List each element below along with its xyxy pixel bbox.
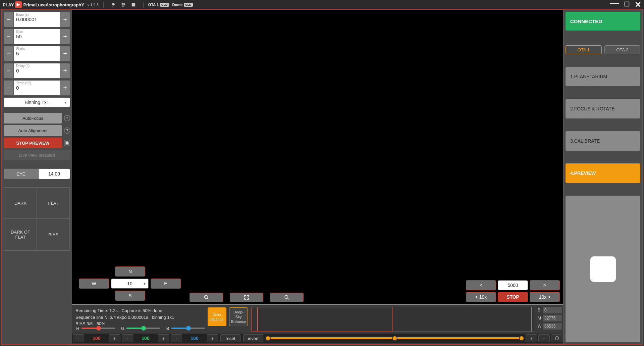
autofocus-help-icon[interactable]: ? [64,115,70,121]
binning-select[interactable]: Binning 1x1▾ [4,97,70,107]
level-plus-button[interactable]: + [526,334,537,342]
slew-rate-select[interactable]: 10▾ [111,279,149,289]
shots-plus-button[interactable]: + [60,46,70,61]
flat-button[interactable]: FLAT [37,187,70,219]
bias-button[interactable]: BIAS [37,219,70,250]
brand-text: PrimaLuceAstrophotographY [23,2,84,7]
r-plus-button[interactable]: + [109,334,120,342]
fit-button[interactable] [230,293,263,302]
eye-value[interactable]: 14.09 [38,168,70,179]
svg-line-12 [287,298,289,299]
temp-minus-button[interactable]: − [4,80,14,96]
levels-slider[interactable] [267,337,522,339]
nudge-right10-button[interactable]: 10x > [530,292,560,302]
svg-point-5 [122,6,123,7]
b-slider[interactable] [171,328,205,329]
calibrate-button[interactable]: 3.CALIBRATE [566,131,640,151]
color-balance-button[interactable]: Color balance [208,307,226,326]
g-plus-button[interactable]: + [158,334,169,342]
invert-button[interactable]: invert [243,334,263,342]
expo-value[interactable]: 0.000001 [16,16,58,22]
save-preview-icon[interactable] [64,140,70,146]
planetarium-button[interactable]: 1.PLANETARIUM [566,67,640,86]
connected-badge[interactable]: CONNECTED [566,12,640,31]
shots-value[interactable]: 5 [16,51,58,56]
delay-plus-button[interactable]: + [60,63,70,79]
autoalign-button[interactable]: Auto Alignment [4,125,62,136]
reset-button[interactable]: reset [220,334,240,342]
expo-plus-button[interactable]: + [60,12,70,27]
g-slider[interactable] [126,328,160,329]
zoom-out-button[interactable] [270,293,304,302]
nudge-stop-button[interactable]: STOP [498,292,528,302]
north-button[interactable]: N [115,266,145,277]
autoalign-help-icon[interactable]: ? [64,128,70,134]
r-minus-button[interactable]: - [73,334,84,342]
r-slider[interactable] [82,328,115,329]
black-input[interactable] [543,307,562,313]
shots-stepper: − Shots5 + [4,46,70,61]
zoom-in-button[interactable] [190,293,223,302]
dome-status: DomeCLD [172,3,193,7]
b-plus-button[interactable]: + [207,334,218,342]
mid-input[interactable] [543,315,562,322]
pin-icon[interactable] [110,2,116,8]
ota1-tab[interactable]: OTA 1 [566,45,602,54]
gain-minus-button[interactable]: − [4,29,14,44]
status-line2: Sequence line N. 3/4 expo 0.000001s , bi… [75,314,203,321]
maximize-button[interactable] [624,1,630,8]
preview-button[interactable]: 4.PREVIEW [566,163,640,183]
east-button[interactable]: E [151,279,181,289]
minimize-button[interactable]: — [610,0,619,7]
app-body: − Expo (s)0.000001 + − Gain50 + − Shots5… [1,9,643,345]
shots-minus-button[interactable]: − [4,46,14,61]
nudge-left10-button[interactable]: < 10x [466,292,496,302]
ota2-tab[interactable]: OTA 2 [604,45,641,54]
white-input[interactable] [543,323,562,330]
b-minus-button[interactable]: - [171,334,182,342]
title-bar: PLAY PrimaLuceAstrophotographY v 1.9.3 O… [0,0,644,9]
delay-value[interactable]: 0 [16,68,58,73]
temp-value[interactable]: 0 [16,85,58,91]
play-label: PLAY [3,2,14,7]
svg-point-4 [124,4,125,5]
minimap-thumb [590,256,616,282]
g-value: 100 [134,336,157,341]
gain-value[interactable]: 50 [16,34,58,39]
minimap[interactable] [566,196,640,342]
dark-button[interactable]: DARK [4,187,37,219]
stop-preview-button[interactable]: STOP PREVIEW [4,138,62,148]
level-minus-button[interactable]: - [538,334,550,342]
refresh-button[interactable] [551,334,562,342]
left-panel: − Expo (s)0.000001 + − Gain50 + − Shots5… [2,10,72,344]
eye-button[interactable]: EYE [4,168,38,179]
dome-badge: CLD [184,3,193,7]
delay-stepper: − Delay (s)0 + [4,63,70,79]
temp-stepper: − Temp (°C)0 + [4,80,70,96]
autofocus-button[interactable]: AutoFocus [4,113,62,123]
dark-of-flat-button[interactable]: DARK OF FLAT [4,219,37,250]
west-button[interactable]: W [79,279,109,289]
nudge-right-button[interactable]: > [530,280,560,290]
histogram[interactable] [251,307,534,332]
preview-area[interactable]: N S W E 10▾ < 5000 > < 10x STOP 10x > [72,10,563,304]
nudge-value-input[interactable]: 5000 [498,280,528,290]
focus-rotate-button[interactable]: 2.FOCUS & ROTATE [566,99,640,118]
sliders-icon[interactable] [120,2,126,8]
south-button[interactable]: S [115,291,145,301]
delay-minus-button[interactable]: − [4,63,14,79]
b-value: 100 [183,336,206,341]
temp-plus-button[interactable]: + [60,80,70,96]
expo-minus-button[interactable]: − [4,12,14,27]
chevron-down-icon: ▾ [144,281,146,286]
nudge-left-button[interactable]: < [466,280,496,290]
close-button[interactable]: ✕ [635,1,641,9]
logo-icon [15,1,22,8]
g-minus-button[interactable]: - [122,334,133,342]
bottom-toolbar: - 100 + - 100 + - 100 + reset invert + - [72,334,563,343]
deepsky-enhance-button[interactable]: Deep-Sky Enhance [229,307,248,326]
right-panel: CONNECTED OTA 1 OTA 2 1.PLANETARIUM 2.FO… [563,10,642,344]
save-icon[interactable] [130,2,137,8]
gain-plus-button[interactable]: + [60,29,70,44]
gain-stepper: − Gain50 + [4,29,70,44]
